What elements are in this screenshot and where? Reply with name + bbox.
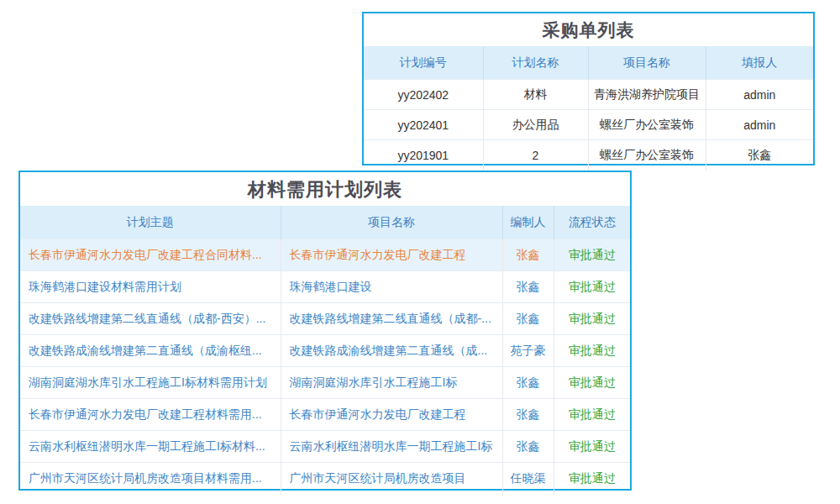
- table-row[interactable]: 改建铁路成渝线增建第二直通线（成渝枢纽... 改建铁路成渝线增建第二直通线（成.…: [20, 335, 630, 367]
- status-badge: 审批通过: [554, 335, 630, 367]
- cell-creator: 任晓渠: [502, 463, 554, 495]
- cell-creator: 张鑫: [502, 271, 554, 303]
- cell-plan-no: yy202401: [364, 110, 483, 140]
- purchase-col-reporter: 填报人: [706, 46, 813, 80]
- cell-plan-name: 办公用品: [483, 110, 588, 140]
- purchase-col-project: 项目名称: [588, 46, 706, 80]
- cell-subject-link[interactable]: 长春市伊通河水力发电厂改建工程材料需用...: [20, 399, 281, 431]
- status-badge: 审批通过: [554, 239, 630, 271]
- table-row[interactable]: yy201901 2 螺丝厂办公室装饰 张鑫: [364, 140, 813, 171]
- material-table: 计划主题 项目名称 编制人 流程状态 长春市伊通河水力发电厂改建工程合同材料..…: [20, 206, 630, 495]
- cell-project-link[interactable]: 长春市伊通河水力发电厂改建工程: [281, 239, 502, 271]
- table-row[interactable]: yy202401 办公用品 螺丝厂办公室装饰 admin: [364, 110, 813, 140]
- cell-project-link[interactable]: 改建铁路线增建第二线直通线（成都-...: [281, 303, 502, 335]
- cell-subject-link[interactable]: 改建铁路成渝线增建第二直通线（成渝枢纽...: [20, 335, 281, 367]
- table-row[interactable]: 珠海鹤港口建设材料需用计划 珠海鹤港口建设 张鑫 审批通过: [20, 271, 630, 303]
- status-badge: 审批通过: [554, 463, 630, 495]
- purchase-table: 计划编号 计划名称 项目名称 填报人 yy202402 材料 青海洪湖养护院项目…: [364, 46, 813, 171]
- table-row[interactable]: 湖南洞庭湖水库引水工程施工I标材料需用计划 湖南洞庭湖水库引水工程施工I标 张鑫…: [20, 367, 630, 399]
- status-badge: 审批通过: [554, 367, 630, 399]
- status-badge: 审批通过: [554, 271, 630, 303]
- cell-subject-link[interactable]: 广州市天河区统计局机房改造项目材料需用...: [20, 463, 281, 495]
- cell-creator: 苑子豪: [502, 335, 554, 367]
- material-plan-panel: 材料需用计划列表 计划主题 项目名称 编制人 流程状态 长春市伊通河水力发电厂改…: [18, 171, 632, 491]
- table-row[interactable]: 广州市天河区统计局机房改造项目材料需用... 广州市天河区统计局机房改造项目 任…: [20, 463, 630, 495]
- cell-project: 螺丝厂办公室装饰: [588, 140, 706, 171]
- status-badge: 审批通过: [554, 399, 630, 431]
- cell-project-link[interactable]: 湖南洞庭湖水库引水工程施工I标: [281, 367, 502, 399]
- page: { "colors": { "panel_border": "#1ba8e1",…: [0, 0, 840, 504]
- cell-project-link[interactable]: 改建铁路成渝线增建第二直通线（成...: [281, 335, 502, 367]
- cell-reporter: 张鑫: [706, 140, 813, 171]
- purchase-col-plan-name: 计划名称: [483, 46, 588, 80]
- cell-project: 螺丝厂办公室装饰: [588, 110, 706, 140]
- table-row[interactable]: 改建铁路线增建第二线直通线（成都-西安）... 改建铁路线增建第二线直通线（成都…: [20, 303, 630, 335]
- table-row[interactable]: 长春市伊通河水力发电厂改建工程材料需用... 长春市伊通河水力发电厂改建工程 张…: [20, 399, 630, 431]
- purchase-list-title: 采购单列表: [364, 13, 813, 46]
- table-row-selected[interactable]: 长春市伊通河水力发电厂改建工程合同材料... 长春市伊通河水力发电厂改建工程 张…: [20, 239, 630, 271]
- cell-project: 青海洪湖养护院项目: [588, 80, 706, 110]
- cell-subject-link[interactable]: 长春市伊通河水力发电厂改建工程合同材料...: [20, 239, 281, 271]
- material-col-status: 流程状态: [554, 206, 630, 239]
- purchase-header-row: 计划编号 计划名称 项目名称 填报人: [364, 46, 813, 80]
- cell-project-link[interactable]: 广州市天河区统计局机房改造项目: [281, 463, 502, 495]
- purchase-list-panel: 采购单列表 计划编号 计划名称 项目名称 填报人 yy202402 材料 青海洪…: [362, 12, 815, 165]
- cell-subject-link[interactable]: 湖南洞庭湖水库引水工程施工I标材料需用计划: [20, 367, 281, 399]
- material-col-project: 项目名称: [281, 206, 502, 239]
- cell-plan-name: 2: [483, 140, 588, 171]
- status-badge: 审批通过: [554, 431, 630, 463]
- cell-creator: 张鑫: [502, 239, 554, 271]
- cell-plan-name: 材料: [483, 80, 588, 110]
- cell-subject-link[interactable]: 云南水利枢纽潜明水库一期工程施工I标材料...: [20, 431, 281, 463]
- material-header-row: 计划主题 项目名称 编制人 流程状态: [20, 206, 630, 239]
- cell-subject-link[interactable]: 珠海鹤港口建设材料需用计划: [20, 271, 281, 303]
- cell-project-link[interactable]: 长春市伊通河水力发电厂改建工程: [281, 399, 502, 431]
- cell-creator: 张鑫: [502, 399, 554, 431]
- cell-reporter: admin: [706, 80, 813, 110]
- cell-reporter: admin: [706, 110, 813, 140]
- material-col-creator: 编制人: [502, 206, 554, 239]
- material-col-subject: 计划主题: [20, 206, 281, 239]
- status-badge: 审批通过: [554, 303, 630, 335]
- cell-subject-link[interactable]: 改建铁路线增建第二线直通线（成都-西安）...: [20, 303, 281, 335]
- cell-plan-no: yy201901: [364, 140, 483, 171]
- purchase-col-plan-no: 计划编号: [364, 46, 483, 80]
- cell-project-link[interactable]: 云南水利枢纽潜明水库一期工程施工I标: [281, 431, 502, 463]
- cell-creator: 张鑫: [502, 367, 554, 399]
- cell-plan-no: yy202402: [364, 80, 483, 110]
- table-row[interactable]: 云南水利枢纽潜明水库一期工程施工I标材料... 云南水利枢纽潜明水库一期工程施工…: [20, 431, 630, 463]
- cell-creator: 张鑫: [502, 303, 554, 335]
- table-row[interactable]: yy202402 材料 青海洪湖养护院项目 admin: [364, 80, 813, 110]
- cell-creator: 张鑫: [502, 431, 554, 463]
- material-plan-title: 材料需用计划列表: [20, 172, 630, 206]
- cell-project-link[interactable]: 珠海鹤港口建设: [281, 271, 502, 303]
